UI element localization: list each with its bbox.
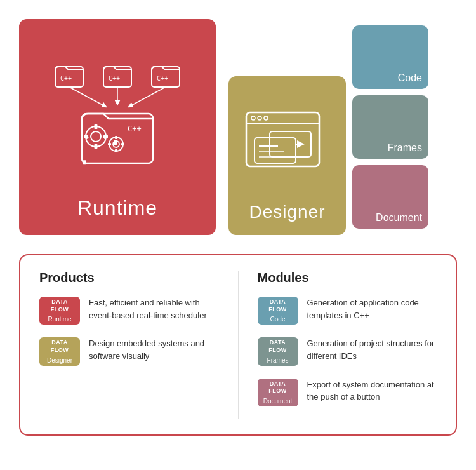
svg-rect-17 [103,134,108,139]
top-section: C++ C++ C++ [0,0,476,254]
runtime-badge-top: DATA FLOW [39,297,80,314]
code-badge-bottom: Code [258,314,298,325]
modules-title: Modules [258,271,437,285]
document-small-card-label: Document [376,212,422,224]
modules-column: Modules DATA FLOW Code Generation of app… [258,271,437,419]
svg-rect-25 [121,143,124,145]
svg-point-11 [86,126,106,147]
designer-label: Designer [249,202,325,222]
designer-icon-area [243,76,332,202]
svg-point-31 [264,116,268,120]
bottom-panel: Products DATA FLOW Runtime Fast, efficie… [19,254,457,436]
svg-rect-33 [255,138,296,163]
svg-rect-13 [95,124,98,129]
svg-rect-18 [84,134,89,139]
frames-module-text: Generation of project structures for dif… [307,337,437,362]
svg-point-29 [251,116,255,120]
runtime-label: Runtime [77,196,157,220]
document-badge-top: DATA FLOW [258,379,298,396]
runtime-badge-bottom: Runtime [39,314,80,325]
document-module-text: Export of system documentation at the pu… [307,379,437,403]
designer-badge: DATA FLOW Designer [39,337,80,365]
document-small-card: Document [352,165,428,229]
svg-line-8 [130,87,166,106]
products-column: Products DATA FLOW Runtime Fast, efficie… [39,271,239,419]
code-small-card-label: Code [398,72,422,84]
svg-point-30 [258,116,261,120]
small-cards-column: Code Frames Document [352,19,428,241]
product-item-runtime: DATA FLOW Runtime Fast, efficient and re… [39,297,219,325]
designer-product-text: Design embedded systems and software vis… [89,337,219,362]
frames-small-card-label: Frames [388,142,422,154]
svg-text:C++: C++ [109,75,120,82]
code-badge-top: DATA FLOW [258,297,298,314]
right-section: Designer Code Frames Document [228,19,457,241]
designer-diagram-icon [243,109,332,179]
designer-badge-top: DATA FLOW [39,337,80,354]
product-item-designer: DATA FLOW Designer Design embedded syste… [39,337,219,365]
frames-small-card: Frames [352,95,428,159]
svg-text:C++: C++ [60,75,72,82]
svg-rect-26 [108,143,111,145]
svg-line-6 [69,87,105,106]
runtime-icon-area: C++ C++ C++ [48,19,187,196]
runtime-product-text: Fast, efficient and reliable with event-… [89,297,219,321]
designer-badge-bottom: Designer [39,355,80,366]
svg-rect-14 [95,144,98,149]
svg-text:C++: C++ [128,124,142,133]
designer-card: Designer [228,76,346,235]
frames-badge-top: DATA FLOW [258,337,298,354]
code-badge: DATA FLOW Code [258,297,298,325]
runtime-card: C++ C++ C++ [19,19,216,235]
document-badge-bottom: Document [258,396,298,406]
module-item-code: DATA FLOW Code Generation of application… [258,297,437,325]
module-item-frames: DATA FLOW Frames Generation of project s… [258,337,437,365]
frames-badge: DATA FLOW Frames [258,337,298,365]
svg-rect-24 [115,149,117,152]
products-title: Products [39,271,219,285]
svg-rect-19 [83,160,86,164]
frames-badge-bottom: Frames [258,355,298,366]
code-small-card: Code [352,25,428,89]
svg-rect-32 [270,131,311,157]
svg-rect-23 [115,136,117,139]
svg-text:C++: C++ [157,75,168,82]
runtime-diagram-icon: C++ C++ C++ [48,55,187,173]
runtime-badge: DATA FLOW Runtime [39,297,80,325]
document-badge: DATA FLOW Document [258,379,298,406]
svg-point-12 [91,131,101,142]
code-module-text: Generation of application code templates… [307,297,437,321]
svg-rect-27 [246,112,319,166]
module-item-document: DATA FLOW Document Export of system docu… [258,379,437,406]
